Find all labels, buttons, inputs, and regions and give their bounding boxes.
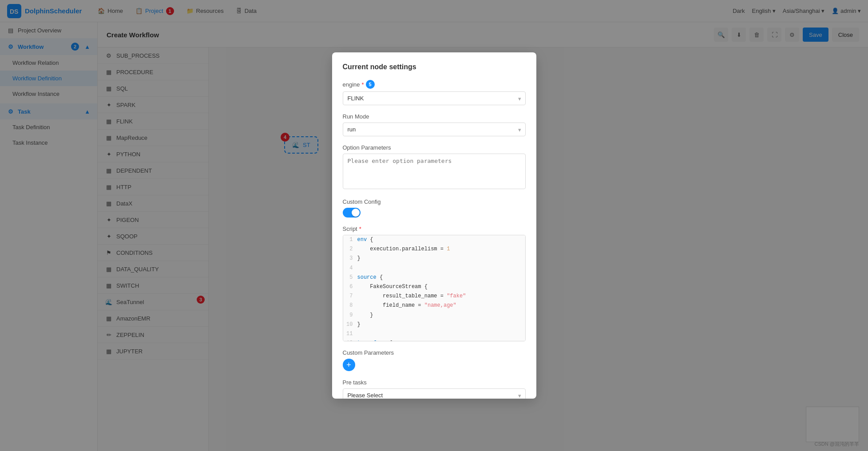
script-required: *	[359, 226, 361, 232]
code-line: 5source {	[343, 273, 525, 282]
option-params-label: Option Parameters	[343, 144, 526, 151]
code-line: 11	[343, 329, 525, 339]
toggle-knob	[352, 209, 360, 217]
engine-badge: 5	[366, 80, 375, 89]
code-line: 7 result_table_name = "fake"	[343, 292, 525, 301]
code-line: 1env {	[343, 235, 525, 245]
code-editor[interactable]: 1env {2 execution.parallelism = 13}45sou…	[343, 235, 526, 341]
pre-tasks-select-wrapper: Please Select	[343, 388, 526, 399]
custom-config-group: Custom Config	[343, 198, 526, 218]
option-params-textarea[interactable]	[343, 154, 526, 189]
code-line: 9 }	[343, 311, 525, 320]
run-mode-group: Run Mode run run-application	[343, 113, 526, 136]
script-group: Script * 1env {2 execution.parallelism =…	[343, 226, 526, 341]
code-line: 6 FakeSourceStream {	[343, 282, 525, 292]
engine-required: *	[362, 81, 364, 88]
code-line: 8 field_name = "name,age"	[343, 301, 525, 310]
option-params-group: Option Parameters	[343, 144, 526, 190]
engine-label: engine * 5	[343, 80, 526, 89]
add-param-button[interactable]: +	[343, 359, 355, 371]
code-line: 10}	[343, 320, 525, 329]
engine-select[interactable]: FLINK SPARK HADOOP	[343, 91, 526, 105]
run-mode-select-wrapper: run run-application	[343, 123, 526, 136]
custom-config-toggle[interactable]	[343, 208, 361, 218]
modal: Current node settings engine * 5 FLINK S…	[332, 52, 536, 399]
pre-tasks-group: Pre tasks Please Select	[343, 379, 526, 399]
engine-select-wrapper: FLINK SPARK HADOOP	[343, 91, 526, 105]
custom-params-label: Custom Parameters	[343, 349, 526, 356]
code-line: 4	[343, 264, 525, 273]
pre-tasks-label: Pre tasks	[343, 379, 526, 386]
code-line: 12transform {	[343, 339, 525, 341]
custom-config-label: Custom Config	[343, 198, 526, 205]
modal-overlay: Current node settings engine * 5 FLINK S…	[0, 0, 868, 451]
modal-title: Current node settings	[343, 63, 526, 71]
code-line: 3}	[343, 254, 525, 263]
custom-params-group: Custom Parameters +	[343, 349, 526, 371]
toggle-wrap	[343, 208, 526, 218]
engine-group: engine * 5 FLINK SPARK HADOOP	[343, 80, 526, 105]
run-mode-select[interactable]: run run-application	[343, 123, 526, 136]
pre-tasks-select[interactable]: Please Select	[343, 388, 526, 399]
script-label: Script *	[343, 226, 526, 232]
run-mode-label: Run Mode	[343, 113, 526, 120]
code-line: 2 execution.parallelism = 1	[343, 245, 525, 254]
